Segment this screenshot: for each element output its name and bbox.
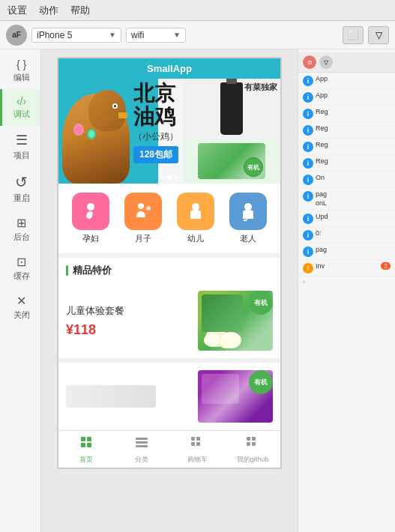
menu-help[interactable]: 帮助 — [70, 4, 90, 17]
save-icon: ⊡ — [16, 255, 26, 269]
product-info-1: 儿童体验套餐 ¥118 — [66, 304, 190, 338]
rp-stop-icon[interactable]: ⊘ — [303, 55, 316, 69]
egg-1 — [204, 333, 220, 347]
chicken-eye — [112, 103, 118, 109]
nav-github[interactable]: 我的github — [225, 431, 280, 468]
backend-icon: ⊞ — [16, 216, 26, 230]
svg-rect-15 — [196, 437, 200, 441]
close-icon: ✕ — [16, 294, 26, 308]
svg-rect-19 — [252, 437, 256, 441]
category-infant[interactable]: 幼儿 — [177, 193, 214, 244]
sidebar: { } 编辑 ‹/› 调试 ☰ 项目 ↺ 重启 ⊞ 后台 ⊡ 缓存 ✕ 关闭 — [0, 49, 41, 532]
dot-2 — [167, 175, 172, 180]
product-card-1[interactable]: 儿童体验套餐 ¥118 有机 — [58, 283, 280, 363]
svg-point-4 — [244, 203, 252, 211]
log-icon-info-6: i — [303, 158, 313, 169]
log-icon-info-1: i — [303, 76, 313, 86]
organic-badge-small: 有机 — [244, 157, 263, 177]
egg-pink — [73, 124, 84, 136]
log-text-8: pagonL — [316, 190, 327, 208]
phone-area: SmallApp — [41, 49, 298, 532]
compile-button[interactable]: ⬜ — [343, 26, 364, 44]
categories: 孕妇 月子 幼儿 老人 — [58, 184, 280, 253]
log-entry-3: i Reg — [298, 106, 395, 122]
network-select[interactable]: wifi ▼ — [126, 28, 186, 43]
rp-filter-icon[interactable]: ▽ — [319, 55, 333, 69]
expand-arrow[interactable]: › — [298, 276, 395, 287]
log-text-9: Upd — [316, 213, 328, 222]
log-count-12: 3 — [381, 262, 391, 270]
log-icon-info-8: i — [303, 191, 313, 202]
log-text-12: Inv — [316, 262, 325, 271]
infant-icon — [177, 193, 214, 230]
svg-rect-18 — [247, 437, 250, 441]
elderly-icon — [229, 193, 267, 230]
banner-title: 北京油鸡 — [133, 82, 178, 129]
log-entry-2: i App — [298, 89, 395, 106]
product-price-1: ¥118 — [66, 322, 190, 338]
svg-rect-17 — [196, 442, 200, 446]
sidebar-item-close[interactable]: ✕ 关闭 — [0, 288, 40, 327]
svg-point-3 — [192, 203, 199, 211]
svg-rect-7 — [81, 437, 85, 441]
sidebar-item-save[interactable]: ⊡ 缓存 — [0, 249, 40, 288]
svg-point-2 — [146, 206, 151, 211]
log-icon-info-7: i — [303, 175, 313, 185]
banner-dots — [160, 175, 178, 180]
menu-settings[interactable]: 设置 — [7, 4, 27, 17]
log-entry-11: i pag — [298, 244, 395, 260]
svg-rect-20 — [247, 442, 250, 446]
egg-2 — [219, 336, 234, 348]
chicken-head — [88, 90, 126, 131]
brand-label: aF — [12, 31, 21, 39]
category-postnatal[interactable]: 月子 — [124, 193, 162, 244]
menu-action[interactable]: 动作 — [39, 4, 58, 17]
section-title: 精品特价 — [73, 264, 112, 277]
product-card-2[interactable]: 有机 — [58, 363, 280, 430]
device-select[interactable]: iPhone 5 ▼ — [31, 28, 121, 43]
nav-category[interactable]: 分类 — [114, 431, 169, 468]
banner-right: 有菜独家 有机 — [183, 79, 280, 184]
section-header: 精品特价 — [58, 253, 280, 283]
category-pregnant[interactable]: 孕妇 — [72, 193, 109, 244]
phone-frame: SmallApp — [57, 57, 282, 469]
device-chevron-icon: ▼ — [109, 31, 116, 39]
right-panel-toolbar: ⊘ ▽ — [298, 52, 395, 73]
svg-rect-11 — [136, 438, 148, 440]
main-layout: { } 编辑 ‹/› 调试 ☰ 项目 ↺ 重启 ⊞ 后台 ⊡ 缓存 ✕ 关闭 — [0, 49, 395, 532]
organic-badge-1: 有机 — [249, 291, 273, 315]
banner-price: 128包邮 — [133, 146, 178, 163]
svg-point-0 — [87, 203, 94, 211]
log-entry-9: i Upd — [298, 211, 395, 227]
network-chevron-icon: ▼ — [173, 31, 181, 39]
sidebar-item-edit[interactable]: { } 编辑 — [0, 52, 40, 89]
log-text-2: App — [316, 91, 328, 100]
category-elderly[interactable]: 老人 — [229, 193, 267, 244]
svg-rect-21 — [252, 442, 256, 446]
chicken-beak — [118, 112, 127, 118]
log-text-1: App — [316, 75, 328, 84]
filter-button[interactable]: ▽ — [368, 26, 389, 44]
log-icon-info-5: i — [303, 142, 313, 152]
dot-1 — [160, 175, 165, 180]
category-infant-label: 幼儿 — [187, 233, 204, 244]
sidebar-item-debug[interactable]: ‹/› 调试 — [0, 89, 40, 126]
veggie-img — [202, 294, 243, 332]
log-text-11: pag — [316, 246, 327, 255]
sidebar-restart-label: 重启 — [13, 193, 30, 204]
nav-home[interactable]: 首页 — [58, 431, 114, 468]
organic-badge-2: 有机 — [249, 370, 273, 394]
log-entry-12: ! Inv 3 — [298, 260, 395, 276]
app-header: SmallApp — [58, 58, 280, 79]
nav-cart[interactable]: 购物车 — [169, 431, 225, 468]
debug-icon: ‹/› — [16, 95, 26, 107]
product-name-placeholder — [66, 385, 156, 408]
banner: 北京油鸡 （小公鸡） 128包邮 有菜独家 有机 — [58, 79, 280, 184]
toolbar: aF iPhone 5 ▼ wifi ▼ ⬜ ▽ — [0, 21, 395, 49]
sidebar-item-project[interactable]: ☰ 项目 — [0, 126, 40, 167]
dot-3 — [174, 175, 178, 180]
sidebar-item-backend[interactable]: ⊞ 后台 — [0, 210, 40, 249]
log-entry-5: i Reg — [298, 139, 395, 155]
sidebar-item-restart[interactable]: ↺ 重启 — [0, 167, 40, 210]
log-icon-info-3: i — [303, 109, 313, 119]
